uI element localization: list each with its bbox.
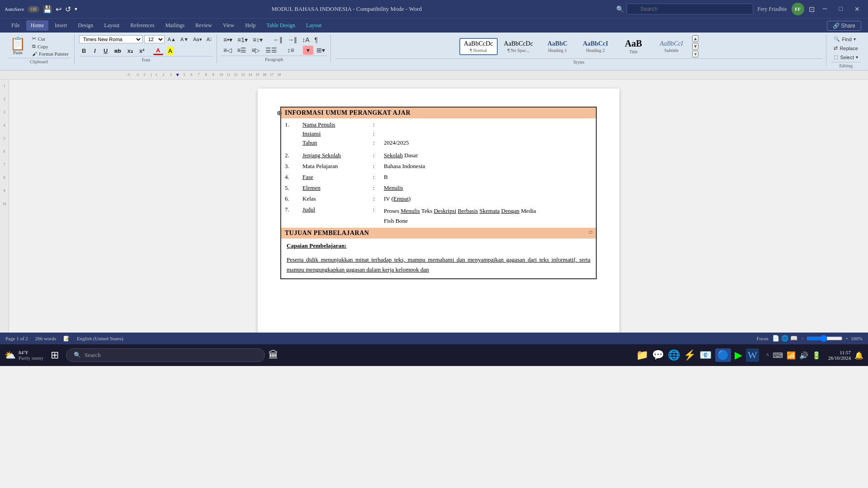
keyboard-icon[interactable]: ⌨ xyxy=(773,351,783,360)
battery-icon[interactable]: 🔋 xyxy=(812,351,821,360)
numbering-button[interactable]: ≡1▾ xyxy=(236,35,250,44)
font-shrink-button[interactable]: A▼ xyxy=(179,36,190,42)
notification-icon[interactable]: 🔔 xyxy=(854,351,863,360)
increase-indent-button[interactable]: →‖ xyxy=(286,35,299,44)
undo-icon[interactable]: ↩ xyxy=(56,5,61,14)
menu-help[interactable]: Help xyxy=(241,20,260,31)
text-color-button[interactable]: A xyxy=(153,46,163,55)
language-status[interactable]: English (United States) xyxy=(77,336,123,341)
quick-access-dropdown[interactable]: ▾ xyxy=(75,6,77,13)
zoom-slider[interactable] xyxy=(807,335,843,342)
decrease-indent-button[interactable]: ←‖ xyxy=(271,35,284,44)
menu-table-design[interactable]: Table Design xyxy=(262,20,300,31)
align-left-button[interactable]: ≡◁ xyxy=(222,46,234,55)
taskbar-play-icon[interactable]: ▶ xyxy=(735,349,742,361)
style-nospace-card[interactable]: AaBbCcDc ¶ No Spac... xyxy=(500,38,538,55)
underline-button[interactable]: U xyxy=(101,47,111,55)
taskbar-search[interactable]: 🔍 Search xyxy=(66,348,265,362)
replace-button[interactable]: ⇄ Replace xyxy=(831,44,861,52)
find-button[interactable]: 🔍 Find ▾ xyxy=(831,35,861,43)
save-icon[interactable]: 💾 xyxy=(43,5,52,14)
superscript-button[interactable]: x² xyxy=(137,47,147,55)
ribbon-display-btn[interactable]: ⊡ xyxy=(809,5,815,14)
print-view-btn[interactable]: 📄 xyxy=(772,335,779,342)
font-grow-button[interactable]: A▲ xyxy=(166,36,177,42)
menu-layout-table[interactable]: Layout xyxy=(302,20,326,31)
highlight-color-button[interactable]: A xyxy=(164,47,176,55)
spell-check-icon[interactable]: 📝 xyxy=(63,336,70,342)
multilevel-button[interactable]: ≡↕▾ xyxy=(251,35,264,44)
zoom-level[interactable]: 100% xyxy=(851,336,863,341)
align-right-button[interactable]: ≡▷ xyxy=(250,46,262,55)
align-center-button[interactable]: ≡☰ xyxy=(235,46,248,55)
taskbar-files-icon[interactable]: 📁 xyxy=(636,349,648,361)
paste-button[interactable]: 📋 Paste xyxy=(7,37,28,56)
menu-design[interactable]: Design xyxy=(73,20,98,31)
cut-button[interactable]: ✂ Cut xyxy=(30,35,71,42)
show-formatting-button[interactable]: ¶ xyxy=(313,35,320,44)
subscript-button[interactable]: x₂ xyxy=(125,47,136,55)
style-title-card[interactable]: AaB Title xyxy=(615,36,651,56)
close-btn[interactable]: ✕ xyxy=(851,5,863,13)
style-normal-card[interactable]: AaBbCcDc ¶ Normal xyxy=(459,38,498,55)
restore-btn[interactable]: □ xyxy=(835,5,846,13)
menu-home[interactable]: Home xyxy=(26,20,48,31)
redo-icon[interactable]: ↺ xyxy=(65,5,71,14)
zoom-in-btn[interactable]: + xyxy=(845,336,848,341)
wifi-icon[interactable]: 📶 xyxy=(787,351,796,360)
bold-button[interactable]: B xyxy=(79,47,89,55)
menu-layout[interactable]: Layout xyxy=(99,20,124,31)
taskbar-app1[interactable]: 🏛 xyxy=(269,349,278,361)
read-view-btn[interactable]: 📖 xyxy=(790,335,797,342)
bullets-button[interactable]: ≡•▾ xyxy=(222,35,234,44)
style-subtitle-card[interactable]: AaBbCcI Subtitle xyxy=(653,38,689,55)
styles-scroll-down[interactable]: ▼ xyxy=(692,43,698,50)
autosave-toggle[interactable]: Off xyxy=(28,6,39,13)
share-button[interactable]: 🔗 Share xyxy=(827,21,861,31)
taskbar-word-icon[interactable]: W xyxy=(746,348,759,362)
menu-file[interactable]: File xyxy=(7,20,24,31)
speaker-icon[interactable]: 🔊 xyxy=(799,351,808,360)
section-collapse-btn[interactable]: □ xyxy=(589,230,592,235)
clock[interactable]: 11:57 26/10/2024 xyxy=(828,350,851,361)
zoom-out-btn[interactable]: − xyxy=(801,336,804,341)
focus-button[interactable]: Focus xyxy=(757,336,769,341)
document-page[interactable]: ⊕ INFORMASI UMUM PERANGKAT AJAR 1. Nama … xyxy=(258,89,619,333)
format-painter-button[interactable]: 🖌 Format Painter xyxy=(30,51,71,57)
justify-button[interactable]: ☰☰ xyxy=(264,46,279,55)
italic-button[interactable]: I xyxy=(90,47,100,55)
change-case-button[interactable]: Aa▾ xyxy=(192,36,203,43)
taskbar-chrome-icon[interactable]: 🌐 xyxy=(668,349,680,361)
styles-expand[interactable]: ▾ xyxy=(692,51,698,57)
menu-view[interactable]: View xyxy=(218,20,239,31)
clear-format-button[interactable]: A⃝ xyxy=(205,36,213,42)
font-family-select[interactable]: Times New Roma xyxy=(79,35,142,43)
menu-insert[interactable]: Insert xyxy=(50,20,71,31)
font-size-select[interactable]: 12 xyxy=(144,35,165,43)
taskbar-mail-icon[interactable]: 📧 xyxy=(699,349,712,361)
document-scroll[interactable]: ⊕ INFORMASI UMUM PERANGKAT AJAR 1. Nama … xyxy=(9,80,868,333)
styles-scroll-up[interactable]: ▲ xyxy=(692,35,698,42)
menu-review[interactable]: Review xyxy=(191,20,217,31)
start-button[interactable]: ⊞ xyxy=(47,349,62,361)
web-view-btn[interactable]: 🌐 xyxy=(781,335,788,342)
taskbar-whatsapp-icon[interactable]: 💬 xyxy=(652,349,664,361)
menu-references[interactable]: References xyxy=(126,20,159,31)
user-avatar[interactable]: FF xyxy=(792,3,804,15)
line-spacing-button[interactable]: ↕≡ xyxy=(286,46,296,55)
tray-up-arrow[interactable]: ^ xyxy=(766,352,769,359)
menu-mailings[interactable]: Mailings xyxy=(161,20,189,31)
style-heading1-card[interactable]: AaBbC Heading 1 xyxy=(539,38,576,55)
taskbar-ide-icon[interactable]: ⚡ xyxy=(684,349,696,361)
shading-button[interactable]: ▾ xyxy=(303,46,313,55)
minimize-btn[interactable]: ─ xyxy=(819,5,831,13)
style-heading2-card[interactable]: AaBbCcI Heading 2 xyxy=(577,38,613,55)
taskbar-zoom-icon[interactable]: 🔵 xyxy=(715,348,731,362)
select-button[interactable]: ⬚ Select ▾ xyxy=(831,53,861,61)
copy-button[interactable]: ⧉ Copy xyxy=(30,43,71,50)
title-search-input[interactable] xyxy=(627,4,753,14)
sort-button[interactable]: ↕A xyxy=(300,35,311,44)
borders-button[interactable]: ⊞▾ xyxy=(315,46,327,55)
word-count[interactable]: 266 words xyxy=(35,336,56,341)
strikethrough-button[interactable]: ab xyxy=(112,47,124,55)
